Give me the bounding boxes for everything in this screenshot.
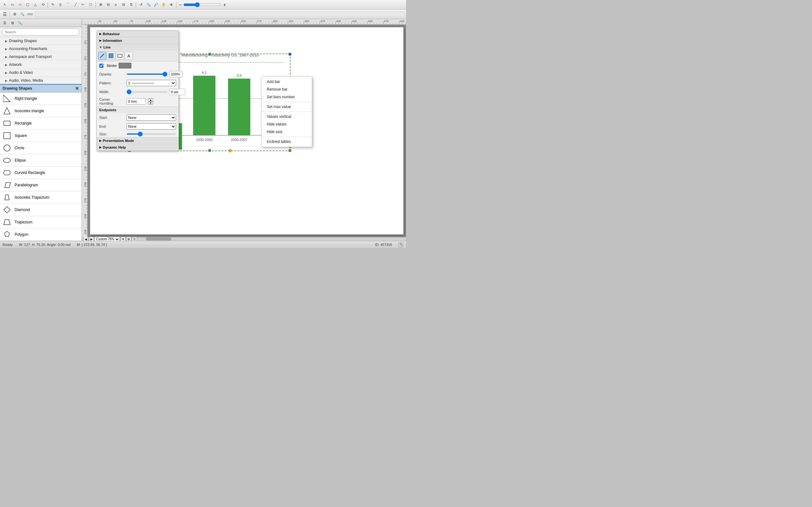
menu-button[interactable]: ☰ (1, 11, 8, 18)
h-scrollbar-thumb[interactable] (146, 237, 171, 240)
zoom-plus[interactable]: + (222, 2, 227, 7)
shapes-search[interactable]: 🔍 (16, 20, 23, 26)
shape-right-triangle[interactable]: Right triangle (0, 93, 82, 105)
tool-triangle[interactable]: △ (32, 1, 39, 8)
tool-eye[interactable]: 👁 (168, 1, 175, 8)
end-select[interactable]: None Arrow Circle (126, 123, 176, 130)
tool-rect-select[interactable]: ▭ (9, 1, 16, 8)
shape-circle[interactable]: Circle (0, 142, 82, 154)
shape-parallelogram[interactable]: Parallelogram (0, 179, 82, 191)
ctx-values-vertical[interactable]: Values vertical (262, 113, 312, 120)
width-slider[interactable] (126, 91, 167, 93)
sidebar-item-audio-video-media[interactable]: ▶ Audio, Video, Media (0, 77, 82, 84)
sidebar-item-accounting[interactable]: ▶ Accounting Flowcharts (0, 45, 82, 53)
props-header-dynamic-help[interactable]: ▶ Dynamic Help (97, 144, 179, 151)
ctx-set-max-value[interactable]: Set max value (262, 103, 312, 111)
ctx-remove-bar[interactable]: Remove bar (262, 86, 312, 93)
next-page[interactable]: ▶ (89, 237, 94, 241)
stroke-checkbox[interactable] (99, 64, 103, 68)
zoom-minus[interactable]: − (177, 2, 183, 7)
bar-1990-2000[interactable] (193, 76, 215, 135)
status-right: ID: 457316 ⤡ (375, 242, 403, 247)
shapes-grid-view[interactable]: ⊞ (9, 20, 16, 26)
tool-arc[interactable]: ⌒ (64, 1, 71, 8)
tool-poly[interactable]: ⬡ (87, 1, 94, 8)
search-input[interactable] (2, 29, 80, 36)
props-tab-text[interactable]: A (125, 52, 133, 60)
tool-order[interactable]: ⇅ (128, 1, 135, 8)
tool-select[interactable]: ↖ (1, 1, 8, 8)
view-list[interactable]: ☰ (132, 237, 137, 241)
drawing-shapes-header[interactable]: Drawing Shapes ✕ (0, 84, 82, 93)
props-header-behaviour[interactable]: ▶ Behaviour (97, 31, 179, 37)
props-header-information[interactable]: ▶ Information (97, 38, 179, 44)
start-select[interactable]: None Arrow Circle (126, 114, 176, 121)
props-tab-line-color[interactable] (98, 52, 106, 60)
opacity-input[interactable] (169, 71, 183, 77)
shape-polygon[interactable]: Polygon (0, 228, 82, 241)
corner-rounding-input[interactable] (126, 98, 146, 105)
drawing-shapes-close[interactable]: ✕ (75, 86, 79, 91)
tool-zoom-out[interactable]: 🔎 (153, 1, 159, 8)
shape-isosceles-trapezium[interactable]: Isosceles Trapezium (0, 191, 82, 204)
tool-connector[interactable]: ⊢ (80, 1, 87, 8)
tool-bezier[interactable]: S (57, 1, 64, 8)
tool-rounded-rect[interactable]: ▢ (24, 1, 31, 8)
shape-diamond[interactable]: Diamond (0, 204, 82, 216)
shape-square[interactable]: Square (0, 130, 82, 142)
ctx-add-bar[interactable]: Add bar (262, 78, 312, 86)
shape-curved-rectangle[interactable]: Curved Rectangle (0, 167, 82, 179)
tool-group[interactable]: ⊞ (97, 1, 104, 8)
drawing-shapes-panel: Drawing Shapes ✕ Right triangle Isoscele… (0, 84, 82, 241)
tool-ellipse-select[interactable]: ⬭ (16, 1, 23, 8)
corner-down[interactable]: ▼ (148, 101, 153, 105)
view-fit[interactable]: ⊞ (126, 237, 131, 241)
shape-trapezium[interactable]: Trapezium (0, 216, 82, 228)
shape-rectangle[interactable]: Rectangle (0, 117, 82, 130)
sidebar-item-artwork[interactable]: ▶ Artwork (0, 61, 82, 69)
search-toggle[interactable]: 🔍 (19, 11, 26, 18)
arrow-icon: ▶ (5, 39, 8, 43)
tool-line[interactable]: ╱ (72, 1, 79, 8)
tool-zoom-in[interactable]: 🔍 (145, 1, 152, 8)
tool-ungroup[interactable]: ⊟ (105, 1, 112, 8)
tool-pencil[interactable]: ✎ (49, 1, 56, 8)
tool-distribute[interactable]: ⊟ (120, 1, 127, 8)
sel-handle-br[interactable] (289, 149, 291, 152)
ctx-inclined-labels[interactable]: Inclined lables (262, 138, 312, 146)
tool-pan[interactable]: ✋ (160, 1, 167, 8)
ctx-hide-axis[interactable]: Hide axis (262, 128, 312, 135)
props-header-line[interactable]: ▼ Line (97, 44, 179, 50)
sel-handle-bm[interactable] (208, 149, 211, 152)
ctx-set-bars-number[interactable]: Set bars number (262, 93, 312, 101)
stroke-color-box[interactable] (119, 63, 131, 68)
shape-isosceles-triangle[interactable]: Isosceles triangle (0, 105, 82, 117)
shape-ellipse[interactable]: Ellipse (0, 154, 82, 167)
opacity-slider[interactable] (126, 73, 167, 75)
props-tab-fill[interactable] (107, 52, 115, 60)
arrow-icon: ▶ (5, 71, 8, 74)
horizontal-scrollbar[interactable]: ◀ ▶ Custom 76% 50% 75% 100% 150% ▼ ⊞ ☰ (82, 237, 406, 241)
size-slider[interactable] (126, 133, 176, 135)
prev-page[interactable]: ◀ (83, 237, 88, 241)
props-tab-shape[interactable] (116, 52, 124, 60)
corner-up[interactable]: ▲ (148, 98, 153, 101)
svg-point-4 (4, 145, 10, 151)
zoom-dropdown[interactable]: ▼ (120, 237, 125, 241)
sidebar-item-audio-video[interactable]: ▶ Audio & Video (0, 69, 82, 77)
tool-align[interactable]: ≡ (112, 1, 119, 8)
h-scrollbar-track[interactable] (140, 237, 405, 241)
shapes-list-view[interactable]: ☰ (1, 20, 8, 26)
width-input[interactable] (169, 89, 185, 95)
tool-refresh[interactable]: ↺ (137, 1, 144, 8)
sidebar-item-drawing-shapes[interactable]: ▶ Drawing Shapes (0, 37, 82, 45)
sidebar-item-aerospace[interactable]: ▶ Aerospace and Transport (0, 53, 82, 61)
pattern-select[interactable]: 1: ───────── 2: - - - - - 3: · · · · · (126, 80, 176, 86)
grid-toggle[interactable]: ⊞ (11, 11, 18, 18)
bar-2000-2007[interactable] (228, 78, 250, 135)
tool-transform[interactable]: ⟲ (39, 1, 46, 8)
props-header-presentation[interactable]: ▶ Presentation Mode (97, 137, 179, 144)
canvas-area[interactable]: ▶ Behaviour ▶ Information (88, 25, 406, 237)
ctx-hide-values[interactable]: Hide values (262, 120, 312, 128)
zoom-slider[interactable] (183, 2, 221, 7)
